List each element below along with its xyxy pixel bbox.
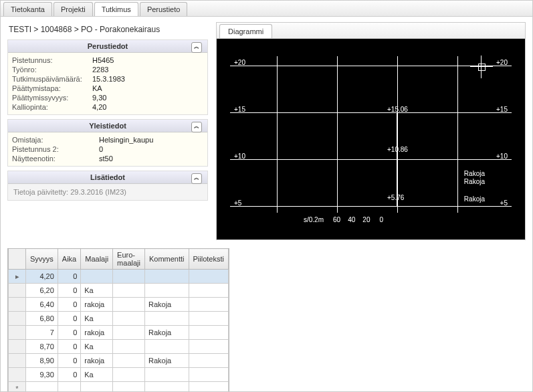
table-row[interactable]: 9,300Ka [9,368,229,382]
cell[interactable] [189,368,228,382]
cell[interactable]: 9,30 [26,368,58,382]
cell[interactable] [144,312,189,326]
cell[interactable]: Ka [81,340,113,354]
cell[interactable] [144,284,189,298]
x-axis-label: s/0.2m 60 40 20 0 [304,216,383,223]
row-indicator: ▸ [9,270,26,284]
cell[interactable] [189,382,228,393]
row-indicator [9,368,26,382]
collapse-icon[interactable]: ︽ [191,122,202,132]
ytick-left: +15 [234,106,245,113]
cell[interactable] [144,368,189,382]
cell[interactable]: Rakoja [144,298,189,312]
cell[interactable]: 8,90 [26,354,58,368]
cell[interactable] [113,312,145,326]
cell[interactable]: 0 [58,354,80,368]
cell[interactable] [189,326,228,340]
cell[interactable]: 6,40 [26,298,58,312]
cell[interactable] [58,382,80,393]
cell[interactable] [144,382,189,393]
row-indicator [9,284,26,298]
cell[interactable]: 0 [58,284,80,298]
cell[interactable]: rakoja [81,326,113,340]
table-row[interactable]: 6,200Ka [9,284,229,298]
cell[interactable]: rakoja [81,354,113,368]
tab-tutkimus[interactable]: Tutkimus [94,2,138,16]
cell[interactable] [189,312,228,326]
cell[interactable]: 0 [58,312,80,326]
cell[interactable] [81,270,113,284]
cell[interactable] [26,382,58,393]
cell[interactable]: 0 [58,298,80,312]
panel-title: Perustiedot [88,42,128,50]
cell[interactable]: Rakoja [144,354,189,368]
data-grid[interactable]: SyvyysAikaMaalajiEuro-maalajiKommenttiPi… [7,248,229,392]
cell[interactable]: 0 [58,340,80,354]
table-row[interactable]: 6,400rakojaRakoja [9,298,229,312]
collapse-icon[interactable]: ︽ [191,173,202,184]
table-row[interactable]: ▸4,200 [9,270,229,284]
panel-perustiedot: Perustiedot ︽ Pistetunnus:H5465Työnro:22… [7,39,208,115]
new-row-indicator: * [9,382,26,393]
cell[interactable] [189,298,228,312]
cell[interactable]: Ka [81,312,113,326]
annotation: Rakoja [464,170,485,177]
table-row[interactable]: 8,900rakojaRakoja [9,354,229,368]
cell[interactable]: 7 [26,326,58,340]
cell[interactable] [113,270,145,284]
cell[interactable] [113,326,145,340]
cell[interactable] [189,284,228,298]
field-label: Pistetunnus: [12,56,92,64]
tab-projekti[interactable]: Projekti [54,2,93,16]
cell[interactable] [113,354,145,368]
cell[interactable]: 4,20 [26,270,58,284]
row-indicator [9,312,26,326]
cell[interactable]: rakoja [81,298,113,312]
borehole-line [397,112,398,206]
cell[interactable] [189,270,228,284]
cell[interactable] [144,270,189,284]
field-value: st50 [99,155,203,163]
cell[interactable] [144,340,189,354]
row-indicator [9,340,26,354]
cell[interactable] [113,340,145,354]
breadcrumb: TESTI > 1004868 > PO - Porakonekairaus [7,22,208,39]
cell[interactable]: 0 [58,368,80,382]
cell[interactable] [113,368,145,382]
column-header[interactable]: Aika [58,249,80,270]
column-header[interactable]: Kommentti [144,249,189,270]
cell[interactable]: Ka [81,368,113,382]
column-header[interactable]: Syvyys [26,249,58,270]
cell[interactable]: 6,20 [26,284,58,298]
tab-diagrammi[interactable]: Diagrammi [219,24,272,38]
collapse-icon[interactable]: ︽ [191,42,202,53]
cell[interactable]: 0 [58,270,80,284]
annotation: Rakoja [464,178,485,185]
field-label: Päättymistapa: [12,84,92,92]
field-value: H5465 [92,56,203,64]
cell[interactable] [113,382,145,393]
cell[interactable]: 0 [58,326,80,340]
new-row[interactable]: * [9,382,229,393]
cell[interactable] [81,382,113,393]
column-header[interactable]: Piiloteksti [189,249,228,270]
column-header[interactable]: Euro-maalaji [113,249,145,270]
column-header[interactable]: Maalaji [81,249,113,270]
diagram-canvas[interactable]: +20 +15 +10 +5 +20 +15 +10 +5 +15.06 +10… [217,39,525,239]
table-row[interactable]: 6,800Ka [9,312,229,326]
tab-tietokanta[interactable]: Tietokanta [3,2,52,16]
cell[interactable] [189,354,228,368]
cell[interactable]: 6,80 [26,312,58,326]
field-row: Päättymistapa:KA [12,84,203,93]
cell[interactable] [189,340,228,354]
ytick-left: +20 [234,59,245,66]
cell[interactable] [113,284,145,298]
table-row[interactable]: 70rakojaRakoja [9,326,229,340]
cell[interactable]: Rakoja [144,326,189,340]
cell[interactable]: 8,70 [26,340,58,354]
table-row[interactable]: 8,700Ka [9,340,229,354]
cell[interactable] [113,298,145,312]
field-value: Helsingin_kaupu [99,136,203,144]
tab-perustieto[interactable]: Perustieto [140,2,188,16]
cell[interactable]: Ka [81,284,113,298]
